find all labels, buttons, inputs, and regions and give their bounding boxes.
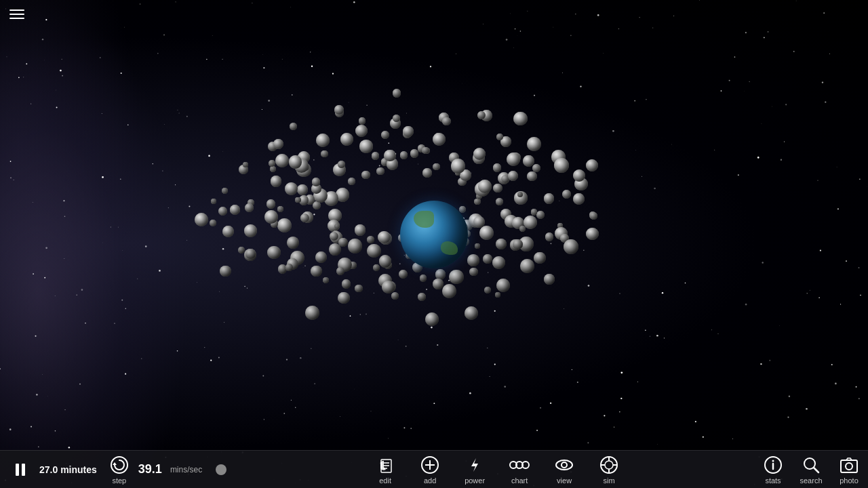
satellite[interactable] [507,152,520,166]
satellite[interactable] [245,203,254,212]
satellite[interactable] [275,154,289,167]
satellite[interactable] [355,285,363,293]
satellite[interactable] [508,171,518,181]
satellite[interactable] [418,293,426,301]
satellite[interactable] [230,205,240,215]
satellite[interactable] [495,292,500,298]
satellite[interactable] [379,255,391,267]
satellite[interactable] [348,239,362,253]
satellite[interactable] [267,199,275,208]
pause-button[interactable] [7,456,34,483]
satellite[interactable] [422,168,432,178]
satellite[interactable] [342,279,351,288]
satellite[interactable] [393,89,401,97]
satellite[interactable] [312,178,320,186]
satellite[interactable] [264,210,278,224]
satellite[interactable] [355,125,368,137]
satellite[interactable] [410,149,418,157]
satellite[interactable] [285,182,298,195]
satellite[interactable] [536,211,545,219]
satellite[interactable] [545,232,553,241]
satellite[interactable] [513,112,527,125]
satellite[interactable] [493,163,501,171]
satellite[interactable] [376,167,384,175]
satellite[interactable] [513,239,523,249]
satellite[interactable] [474,199,481,205]
satellite[interactable] [465,306,478,320]
satellite[interactable] [433,133,446,146]
satellite[interactable] [562,190,571,199]
edit-tool[interactable]: edit [373,455,397,485]
satellite[interactable] [564,239,578,254]
satellite[interactable] [287,237,299,249]
satellite[interactable] [323,277,329,283]
satellite[interactable] [573,169,585,182]
step-tool[interactable]: step [107,455,132,485]
satellite[interactable] [475,243,480,249]
photo-tool[interactable]: photo [837,455,861,485]
satellite[interactable] [361,171,370,180]
satellite[interactable] [469,268,478,277]
satellite[interactable] [391,292,399,300]
satellite[interactable] [222,188,228,194]
satellite[interactable] [277,218,292,232]
satellite[interactable] [297,184,308,195]
satellite[interactable] [467,254,479,266]
satellite[interactable] [496,239,507,249]
satellite[interactable] [245,249,255,258]
satellite[interactable] [305,306,319,320]
satellite[interactable] [442,284,456,298]
satellite[interactable] [554,158,569,173]
satellite[interactable] [355,224,366,235]
satellite[interactable] [534,252,546,264]
satellite[interactable] [367,236,374,243]
satellite[interactable] [433,163,439,170]
satellite[interactable] [271,176,281,186]
satellite[interactable] [289,155,302,168]
satellite[interactable] [523,155,534,167]
satellite[interactable] [483,254,492,264]
add-tool[interactable]: add [418,455,442,485]
satellite[interactable] [340,133,353,146]
sim-tool[interactable]: sim [597,455,621,485]
satellite[interactable] [378,231,390,243]
satellite[interactable] [478,180,492,193]
satellite[interactable] [359,117,366,124]
satellite[interactable] [218,207,228,216]
satellite[interactable] [277,206,283,212]
power-tool[interactable]: power [462,455,487,485]
satellite[interactable] [524,216,537,229]
satellite[interactable] [544,193,555,204]
satellite[interactable] [273,139,283,149]
satellite[interactable] [403,126,414,137]
satellite[interactable] [496,279,510,292]
satellite[interactable] [590,212,597,220]
satellite[interactable] [238,247,245,253]
satellite[interactable] [544,274,555,285]
satellite[interactable] [496,198,503,205]
satellite[interactable] [338,161,345,168]
stats-tool[interactable]: stats [761,455,785,485]
satellite[interactable] [519,226,526,232]
satellite[interactable] [348,178,355,185]
satellite[interactable] [334,105,344,115]
satellite[interactable] [586,159,598,171]
satellite[interactable] [315,251,327,263]
satellite[interactable] [338,292,350,304]
view-tool[interactable]: view [552,455,576,485]
satellite[interactable] [220,266,231,277]
satellite[interactable] [477,111,486,119]
satellite[interactable] [285,264,293,271]
satellite[interactable] [382,281,395,293]
satellite[interactable] [359,140,373,153]
satellite[interactable] [316,134,330,147]
satellite[interactable] [372,152,379,159]
satellite[interactable] [244,224,257,237]
satellite[interactable] [493,184,502,192]
satellite[interactable] [367,244,381,258]
satellite[interactable] [295,197,300,203]
satellite[interactable] [496,134,503,140]
satellite[interactable] [492,256,505,269]
speed-slider[interactable] [216,464,226,475]
satellite[interactable] [425,312,439,326]
